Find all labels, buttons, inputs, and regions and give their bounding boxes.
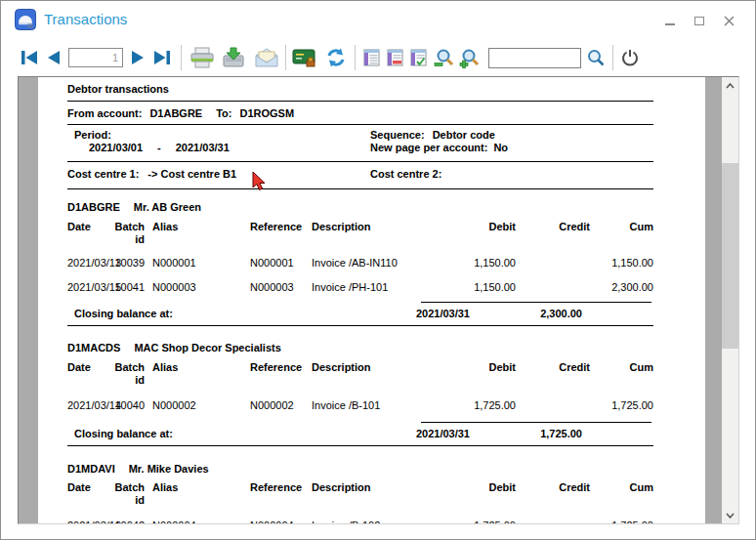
maximize-button[interactable] — [693, 14, 706, 27]
col-debit: Debit — [441, 221, 516, 246]
account-name: MAC Shop Decor Specialists — [134, 341, 280, 354]
closing-balance-row: Closing balance at: 2021/03/31 1,725.00 — [67, 427, 653, 440]
col-description: Description — [309, 481, 441, 507]
toolbar-separator — [612, 45, 613, 70]
cell-description: Invoice /PH-101 — [309, 281, 441, 294]
col-cum: Cum — [590, 481, 653, 507]
account-range-row: From account: D1ABGRE To: D1ROGSM — [67, 107, 653, 120]
column-header-row: Date Batch id Alias Reference Descriptio… — [67, 361, 653, 387]
account-code: D1MACDS — [67, 341, 120, 354]
cell-batch: 10040 — [108, 399, 145, 412]
scroll-down-button[interactable] — [722, 507, 738, 523]
closing-balance-date: 2021/03/31 — [399, 427, 470, 440]
col-cum: Cum — [590, 221, 653, 246]
maximize-icon — [694, 17, 704, 25]
search-input[interactable] — [488, 48, 581, 68]
cell-credit — [516, 281, 590, 294]
period-from: 2021/03/01 — [89, 142, 143, 154]
email-button[interactable] — [254, 48, 279, 67]
next-page-button[interactable] — [131, 50, 145, 65]
power-button[interactable] — [621, 49, 639, 66]
cell-debit: 1,725.00 — [441, 519, 516, 523]
divider — [67, 445, 653, 446]
zoom-in-button[interactable] — [459, 48, 483, 68]
scroll-up-button[interactable] — [722, 77, 738, 94]
to-account-label: To: — [216, 107, 231, 120]
page-layout-button[interactable] — [363, 49, 380, 66]
report-page: Debtor transactions From account: D1ABGR… — [38, 77, 705, 523]
page-layout-remove-button[interactable] — [387, 49, 403, 66]
col-credit: Credit — [516, 361, 590, 387]
previous-page-button[interactable] — [47, 50, 61, 65]
cell-batch: 10039 — [108, 257, 145, 270]
print-button[interactable] — [189, 47, 215, 68]
column-header-row: Date Batch id Alias Reference Descriptio… — [67, 221, 653, 246]
cell-description: Invoice /B-101 — [309, 399, 441, 412]
window-title: Transactions — [44, 11, 127, 27]
total-divider — [421, 302, 651, 303]
closing-balance-row: Closing balance at: 2021/03/31 2,300.00 — [67, 307, 653, 320]
divider — [67, 161, 653, 162]
cell-description: Invoice /B-102 — [309, 519, 441, 523]
search-button[interactable] — [587, 49, 605, 66]
cell-credit — [516, 257, 590, 270]
account-header: D1MDAVI Mr. Mike Davies — [67, 462, 653, 476]
toolbar-separator — [181, 45, 182, 70]
closing-balance-label: Closing balance at: — [67, 427, 399, 440]
sequence-block: Sequence: Debtor code New page per accou… — [370, 129, 653, 154]
col-description: Description — [309, 221, 441, 246]
page-number-input[interactable] — [68, 48, 123, 67]
col-credit: Credit — [516, 221, 590, 246]
col-alias: Alias — [145, 481, 245, 507]
cell-cum: 2,300.00 — [590, 281, 653, 294]
vertical-scrollbar[interactable] — [722, 77, 738, 523]
period-dash: - — [157, 142, 161, 154]
period-block: Period: 2021/03/01 - 2021/03/31 — [67, 129, 370, 154]
col-date: Date — [67, 361, 108, 387]
period-sequence-block: Period: 2021/03/01 - 2021/03/31 Sequence… — [67, 129, 653, 154]
col-debit: Debit — [441, 361, 516, 387]
cost-centre-2-label: Cost centre 2: — [370, 168, 441, 181]
col-batch: Batch id — [108, 221, 145, 246]
cell-reference: N000003 — [245, 281, 309, 294]
cell-alias: N000003 — [145, 281, 245, 294]
cell-cum: 1,725.00 — [590, 399, 653, 412]
close-icon — [724, 16, 735, 26]
transaction-row: 2021/03/15 10041 N000003 N000003 Invoice… — [67, 281, 653, 294]
account-name: Mr. AB Green — [134, 200, 201, 214]
cell-credit — [516, 519, 590, 523]
next-page-icon — [131, 50, 145, 65]
sequence-label: Sequence: — [370, 129, 425, 142]
account-header: D1ABGRE Mr. AB Green — [67, 200, 653, 214]
new-page-value: No — [493, 142, 508, 154]
refresh-button[interactable] — [325, 48, 347, 67]
to-account-value: D1ROGSM — [240, 107, 295, 120]
minimize-button[interactable] — [663, 14, 677, 27]
search-icon — [587, 49, 605, 66]
title-bar: Transactions — [1, 1, 755, 39]
close-button[interactable] — [722, 14, 735, 27]
cell-batch: 10042 — [108, 519, 145, 523]
window-controls — [663, 13, 735, 28]
scrollbar-thumb[interactable] — [722, 163, 738, 349]
transaction-row: 2021/03/14 10040 N000002 N000002 Invoice… — [67, 399, 653, 412]
cell-description: Invoice /AB-IN110 — [309, 257, 441, 270]
first-page-icon — [21, 50, 39, 65]
last-page-button[interactable] — [152, 50, 171, 65]
last-page-icon — [152, 50, 171, 65]
col-date: Date — [67, 481, 108, 507]
sequence-row: Sequence: Debtor code — [370, 129, 653, 142]
page-layout-check-button[interactable] — [410, 49, 427, 66]
power-icon — [621, 49, 639, 66]
account-code: D1ABGRE — [67, 200, 120, 214]
report-title: Debtor transactions — [67, 83, 653, 96]
first-page-button[interactable] — [21, 50, 39, 65]
export-button[interactable] — [221, 47, 246, 68]
transaction-row: 2021/03/16 10042 N000004 N000004 Invoice… — [67, 519, 653, 523]
chevron-up-icon — [726, 83, 735, 89]
report-designer-button[interactable] — [292, 48, 317, 68]
column-header-row: Date Batch id Alias Reference Descriptio… — [67, 481, 653, 507]
cell-cum: 1,725.00 — [590, 519, 653, 523]
zoom-out-button[interactable] — [434, 48, 457, 68]
col-cum: Cum — [590, 361, 653, 387]
